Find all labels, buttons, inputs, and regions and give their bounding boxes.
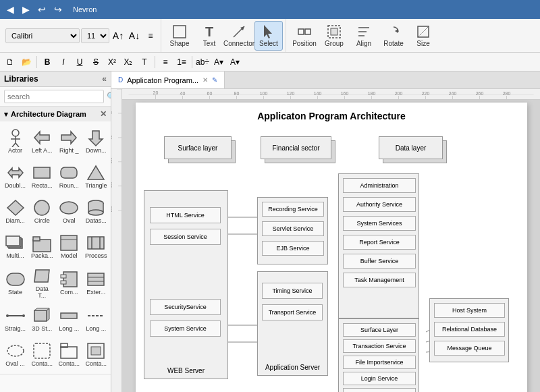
qa-redo-btn[interactable]: ↪ xyxy=(51,3,65,16)
tab-close-btn[interactable]: ✕ xyxy=(202,76,208,84)
shape-oval2[interactable]: Oval ... xyxy=(3,337,28,371)
category-close-btn[interactable]: ✕ xyxy=(100,109,107,119)
size-btn[interactable]: Size xyxy=(409,21,437,51)
align-btn2[interactable]: Align xyxy=(350,21,378,51)
html-service-box[interactable]: HTML Service xyxy=(150,207,221,223)
sidebar-collapse-btn[interactable]: « xyxy=(102,74,107,84)
web-server-box[interactable]: WEB Server HTML Service Session Service … xyxy=(144,190,228,379)
shape-triangle[interactable]: Triangle xyxy=(83,159,109,193)
position-btn[interactable]: Position xyxy=(290,21,319,51)
qa-forward-btn[interactable]: ▶ xyxy=(20,3,32,16)
group-btn[interactable]: Group xyxy=(320,21,348,51)
document-tab[interactable]: D Applicaton Program... ✕ ✎ xyxy=(111,72,225,88)
connector-btn[interactable]: Connector xyxy=(225,21,253,51)
shape-cont3[interactable]: Conta... xyxy=(83,337,109,371)
system-services-box[interactable]: System Services xyxy=(343,216,416,231)
shape-right-arrow[interactable]: Right _ xyxy=(57,124,82,158)
task-management-box[interactable]: Task Management xyxy=(343,273,416,287)
svg-text:200: 200 xyxy=(111,206,113,212)
new-btn[interactable]: 🗋 xyxy=(3,55,18,69)
file-import-service-box[interactable]: File Importservice xyxy=(343,356,416,369)
recording-service-box[interactable]: Recording Service xyxy=(262,202,324,217)
bold-btn[interactable]: B xyxy=(40,55,55,69)
search-input[interactable] xyxy=(4,90,104,103)
surface-layer-box[interactable]: Surface layer xyxy=(164,136,232,159)
shape-left-arrow[interactable]: Left A... xyxy=(29,124,55,158)
transaction-service-box[interactable]: Transaction Service xyxy=(343,339,416,353)
text-style-btn[interactable]: T xyxy=(137,55,152,69)
font-family-select[interactable]: Calibri xyxy=(5,28,80,43)
canvas[interactable]: 20 40 60 80 100 120 140 1 xyxy=(122,89,540,392)
numberedlist-btn[interactable]: 1≡ xyxy=(174,55,189,69)
transport-service-box[interactable]: Transport Service xyxy=(262,304,323,320)
italic-btn[interactable]: I xyxy=(56,55,71,69)
align-btn[interactable]: ≡ xyxy=(143,28,158,43)
authority-service-box[interactable]: Authority Service xyxy=(343,197,416,212)
shape-rect[interactable]: Recta... xyxy=(29,159,55,193)
superscript-btn[interactable]: X² xyxy=(105,55,119,69)
system-service-box[interactable]: System Service xyxy=(150,320,221,337)
shape-3dstar[interactable]: 3D St... xyxy=(29,302,55,336)
login-service-box[interactable]: Login Service xyxy=(343,372,416,385)
shape-process[interactable]: Process xyxy=(83,229,109,263)
data-access-box[interactable]: Data Access xyxy=(343,388,416,392)
report-service-box[interactable]: Report Service xyxy=(343,235,416,250)
ejb-service-box[interactable]: EJB Service xyxy=(262,241,324,256)
shape-external[interactable]: Exter... xyxy=(83,264,109,301)
category-header[interactable]: ▾ Architecture Diagram ✕ xyxy=(0,107,111,121)
svg-marker-26 xyxy=(7,200,24,215)
servlet-service-box[interactable]: Servlet Service xyxy=(262,221,324,236)
shape-cont2[interactable]: Conta... xyxy=(57,337,82,371)
message-queue-box[interactable]: Message Queue xyxy=(434,341,505,356)
shape-down-arrow[interactable]: Down... xyxy=(83,124,109,158)
shape-cont1[interactable]: Conta... xyxy=(29,337,55,371)
security-service-box[interactable]: SecurityService xyxy=(150,299,221,315)
shape-model[interactable]: Model xyxy=(57,229,82,263)
qa-undo-btn[interactable]: ↩ xyxy=(35,3,49,16)
font-grow-btn[interactable]: A↑ xyxy=(111,28,126,43)
list-btn[interactable]: ≡ xyxy=(158,55,173,69)
tab-edit-icon[interactable]: ✎ xyxy=(212,76,217,84)
select-btn[interactable]: Select xyxy=(254,21,283,51)
shape-longn[interactable]: Long ... xyxy=(83,302,109,336)
shape-oval[interactable]: Oval xyxy=(57,194,82,228)
shape-actor[interactable]: Actor xyxy=(3,124,28,158)
app-server-box[interactable]: Application Server Timing Service Transp… xyxy=(257,271,328,376)
buffer-service-box[interactable]: Buffer Service xyxy=(343,254,416,269)
shape-oval-label: Oval xyxy=(63,217,76,224)
shape-longm[interactable]: Long ... xyxy=(57,302,82,336)
search-icon[interactable]: 🔍 xyxy=(107,92,111,101)
data-layer-box[interactable]: Data layer xyxy=(379,136,443,159)
relational-db-box[interactable]: Relational Database xyxy=(434,322,505,337)
host-system-box[interactable]: Host System xyxy=(434,303,505,318)
shape-diamond[interactable]: Diam... xyxy=(3,194,28,228)
shape-btn[interactable]: Shape xyxy=(165,21,194,51)
admin-box[interactable]: Administration xyxy=(343,178,416,193)
text-btn[interactable]: T Text xyxy=(195,21,223,51)
shape-round-rect[interactable]: Roun... xyxy=(57,159,82,193)
shape-state[interactable]: State xyxy=(3,264,28,301)
shape-comp[interactable]: Com... xyxy=(57,264,82,301)
shape-double-arrow[interactable]: Doubl... xyxy=(3,159,28,193)
highlight-btn[interactable]: A▾ xyxy=(227,55,242,69)
underline-btn[interactable]: U xyxy=(72,55,87,69)
session-service-box[interactable]: Session Service xyxy=(150,229,221,245)
qa-back-btn[interactable]: ◀ xyxy=(4,3,17,16)
shape-multi[interactable]: Multi... xyxy=(3,229,28,263)
color-btn[interactable]: ab÷ xyxy=(195,55,210,69)
shape-package[interactable]: Packa... xyxy=(29,229,55,263)
timing-service-box[interactable]: Timing Service xyxy=(262,283,323,299)
shape-data[interactable]: Data T... xyxy=(29,264,55,301)
financial-sector-box[interactable]: Financial sector xyxy=(261,136,331,159)
subscript-btn[interactable]: X₂ xyxy=(121,55,136,69)
fontcolor-btn[interactable]: A▾ xyxy=(211,55,226,69)
shape-straight[interactable]: Straig... xyxy=(3,302,28,336)
strikethrough-btn[interactable]: S xyxy=(88,55,103,69)
font-shrink-btn[interactable]: A↓ xyxy=(127,28,142,43)
shape-circle[interactable]: Circle xyxy=(29,194,55,228)
font-size-select[interactable]: 11 xyxy=(81,28,109,43)
surface-layer2-box[interactable]: Surface Layer xyxy=(343,323,416,337)
rotate-btn[interactable]: Rotate xyxy=(379,21,408,51)
shape-database[interactable]: Datas... xyxy=(83,194,109,228)
open-btn[interactable]: 📂 xyxy=(19,55,34,69)
